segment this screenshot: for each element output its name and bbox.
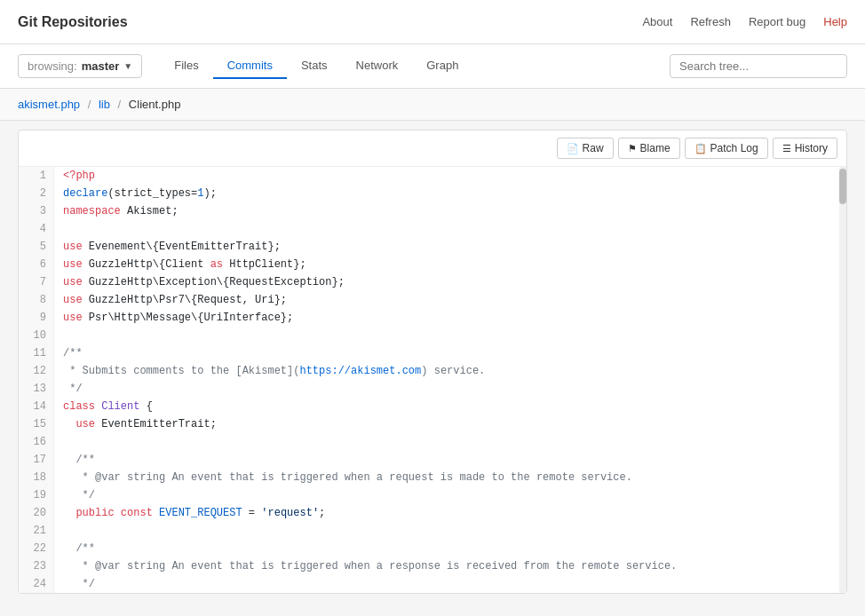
code-line-9: use Psr\Http\Message\{UriInterface}; [63, 309, 837, 327]
chevron-down-icon: ▼ [123, 61, 132, 71]
code-line-17: /** [63, 451, 837, 469]
branch-selector[interactable]: browsing: master ▼ [18, 54, 142, 78]
help-link[interactable]: Help [823, 15, 847, 28]
breadcrumb-lib[interactable]: lib [99, 98, 110, 111]
breadcrumb-akismet[interactable]: akismet.php [18, 98, 80, 111]
app-title: Git Repositories [18, 14, 642, 30]
history-label: History [795, 142, 828, 154]
code-line-3: namespace Akismet; [63, 202, 837, 220]
code-line-24: */ [63, 575, 837, 593]
breadcrumb-current: Client.php [129, 98, 181, 111]
raw-label: Raw [583, 142, 604, 154]
code-area[interactable]: 1 2 3 4 5 6 7 8 9 10 11 12 13 14 15 16 1… [19, 167, 846, 593]
tab-network[interactable]: Network [342, 53, 413, 79]
toolbar: browsing: master ▼ Files Commits Stats N… [0, 44, 865, 89]
code-line-4 [63, 220, 837, 238]
branch-prefix: browsing: [28, 59, 77, 73]
tab-graph[interactable]: Graph [412, 53, 472, 79]
breadcrumb-bar: akismet.php / lib / Client.php [0, 89, 865, 121]
patch-log-icon: 📋 [694, 143, 707, 154]
patch-log-label: Patch Log [710, 142, 758, 154]
branch-name: master [82, 59, 120, 73]
code-line-6: use GuzzleHttp\{Client as HttpClient}; [63, 256, 837, 273]
code-container: 📄 Raw ⚑ Blame 📋 Patch Log ☰ History 1 2 … [18, 130, 847, 594]
code-line-1: <?php [63, 167, 837, 185]
code-line-7: use GuzzleHttp\Exception\{RequestExcepti… [63, 273, 837, 291]
code-line-8: use GuzzleHttp\Psr7\{Request, Uri}; [63, 291, 837, 309]
report-bug-link[interactable]: Report bug [749, 15, 805, 28]
history-icon: ☰ [782, 143, 791, 154]
blame-label: Blame [640, 142, 671, 154]
code-line-12: * Submits comments to the [Akismet](http… [63, 362, 837, 380]
blame-icon: ⚑ [628, 143, 637, 154]
scrollbar-track[interactable] [839, 167, 846, 593]
refresh-link[interactable]: Refresh [690, 15, 731, 28]
about-link[interactable]: About [642, 15, 672, 28]
search-input[interactable] [670, 54, 847, 78]
nav-tabs: Files Commits Stats Network Graph [160, 53, 472, 79]
code-line-5: use Evenement\{EventEmitterTrait}; [63, 238, 837, 256]
code-line-19: */ [63, 486, 837, 504]
code-line-2: declare(strict_types=1); [63, 185, 837, 202]
blame-button[interactable]: ⚑ Blame [618, 138, 680, 159]
code-content: <?php declare(strict_types=1); namespace… [54, 167, 846, 593]
code-line-14: class Client { [63, 398, 837, 415]
code-line-15: use EventEmitterTrait; [63, 415, 837, 433]
tab-stats[interactable]: Stats [287, 53, 342, 79]
line-numbers: 1 2 3 4 5 6 7 8 9 10 11 12 13 14 15 16 1… [19, 167, 54, 593]
history-button[interactable]: ☰ History [773, 138, 837, 159]
code-toolbar: 📄 Raw ⚑ Blame 📋 Patch Log ☰ History [19, 130, 846, 167]
code-line-10 [63, 327, 837, 344]
header-nav: About Refresh Report bug Help [642, 15, 847, 28]
search-box [670, 54, 847, 78]
raw-icon: 📄 [567, 143, 579, 154]
code-line-18: * @var string An event that is triggered… [63, 469, 837, 486]
header: Git Repositories About Refresh Report bu… [0, 0, 865, 44]
code-line-23: * @var string An event that is triggered… [63, 557, 837, 575]
scrollbar-thumb[interactable] [839, 169, 846, 204]
code-line-22: /** [63, 540, 837, 557]
code-line-21 [63, 522, 837, 540]
tab-commits[interactable]: Commits [213, 53, 287, 79]
code-line-16 [63, 433, 837, 451]
patch-log-button[interactable]: 📋 Patch Log [685, 138, 768, 159]
tab-files[interactable]: Files [160, 53, 212, 79]
breadcrumb: akismet.php / lib / Client.php [18, 98, 847, 111]
breadcrumb-sep-1: / [88, 98, 91, 111]
code-line-11: /** [63, 344, 837, 362]
raw-button[interactable]: 📄 Raw [557, 138, 614, 159]
breadcrumb-sep-2: / [118, 98, 122, 111]
code-line-13: */ [63, 380, 837, 398]
code-line-20: public const EVENT_REQUEST = 'request'; [63, 504, 837, 522]
